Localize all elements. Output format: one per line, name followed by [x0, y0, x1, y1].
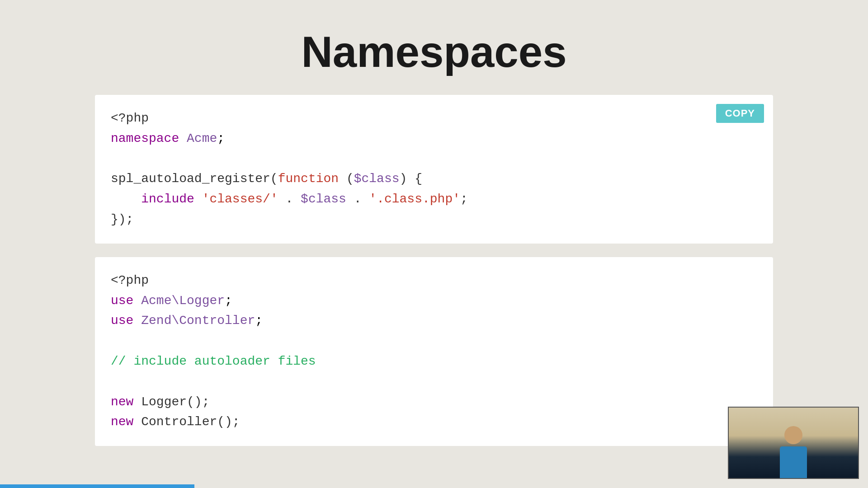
code-line: }); — [111, 210, 757, 230]
content-area: COPY <?php namespace Acme; spl_autoload_… — [0, 95, 868, 446]
code-line: // include autoloader files — [111, 352, 757, 372]
code-line: <?php — [111, 108, 757, 129]
copy-button-1[interactable]: COPY — [716, 104, 764, 123]
video-person — [780, 426, 807, 478]
code-line — [111, 149, 757, 169]
code-block-1: COPY <?php namespace Acme; spl_autoload_… — [95, 95, 773, 244]
code-line: spl_autoload_register(function ($class) … — [111, 169, 757, 189]
code-line: namespace Acme; — [111, 129, 757, 149]
video-overlay — [728, 407, 859, 479]
code-line: use Acme\Logger; — [111, 291, 757, 311]
code-block-2: <?php use Acme\Logger; use Zend\Controll… — [95, 257, 773, 446]
code-line: use Zend\Controller; — [111, 311, 757, 331]
code-line: new Controller(); — [111, 412, 757, 432]
bottom-bar — [0, 484, 194, 488]
code-line: include 'classes/' . $class . '.class.ph… — [111, 189, 757, 210]
page-title: Namespaces — [0, 0, 868, 95]
person-head — [784, 426, 802, 444]
code-line — [111, 372, 757, 392]
code-line: <?php — [111, 271, 757, 291]
code-line — [111, 331, 757, 352]
code-line: new Logger(); — [111, 392, 757, 413]
person-body — [780, 446, 807, 478]
